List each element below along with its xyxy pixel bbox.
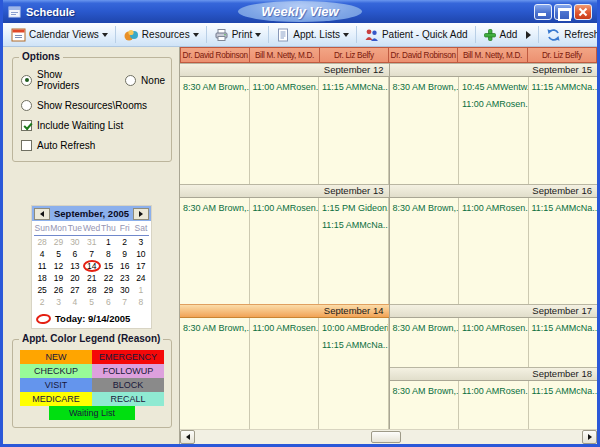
calendar-day[interactable]: 8 xyxy=(133,296,149,308)
appointment[interactable]: 10:00 AMBroderi... xyxy=(319,322,388,335)
schedule-cell[interactable]: 11:15 AMMcNa... xyxy=(529,318,598,367)
calendar-day[interactable]: 25 xyxy=(34,284,50,296)
appointment[interactable]: 11:15 AMMcNa... xyxy=(319,219,388,232)
calendar-day[interactable]: 31 xyxy=(83,236,100,248)
calendar-day[interactable]: 9 xyxy=(117,248,133,260)
show-resources-radio[interactable] xyxy=(21,100,32,111)
calendar-day[interactable]: 6 xyxy=(100,296,116,308)
appointment[interactable]: 8:30 AM Brown,... xyxy=(180,81,249,94)
schedule-cell[interactable]: 11:15 AMMcNa... xyxy=(319,77,389,184)
schedule-cell[interactable]: 11:00 AMRosen... xyxy=(250,198,320,304)
calendar-day[interactable]: 7 xyxy=(117,296,133,308)
calendar-day[interactable]: 8 xyxy=(100,248,116,260)
appointment[interactable]: 11:00 AMRosen... xyxy=(459,385,528,398)
calendar-day[interactable]: 23 xyxy=(117,272,133,284)
provider-header[interactable]: Dr. Liz Belfy xyxy=(320,47,389,63)
calendar-day[interactable]: 26 xyxy=(50,284,67,296)
calendar-day[interactable]: 11 xyxy=(34,260,50,272)
maximize-button[interactable] xyxy=(554,4,572,20)
calendar-day[interactable]: 24 xyxy=(133,272,149,284)
calendar-day-selected[interactable]: 14 xyxy=(83,260,100,272)
calendar-day[interactable]: 18 xyxy=(34,272,50,284)
schedule-cell[interactable]: 1:15 PM Gideon... 11:15 AMMcNa... xyxy=(319,198,389,304)
calendar-day[interactable]: 1 xyxy=(100,236,116,248)
schedule-cell[interactable]: 10:45 AMWentw... 11:00 AMRosen... xyxy=(459,77,529,184)
calendar-day[interactable]: 3 xyxy=(50,296,67,308)
calendar-today-row[interactable]: Today: 9/14/2005 xyxy=(32,310,151,328)
schedule-cell[interactable]: 8:30 AM Brown,... xyxy=(180,77,250,184)
appointment[interactable]: 11:15 AMMcNa... xyxy=(529,202,598,215)
schedule-cell[interactable]: 8:30 AM Brown,... xyxy=(390,318,460,367)
schedule-cell[interactable]: 11:00 AMRosen... xyxy=(250,318,320,429)
provider-header[interactable]: Bill M. Netty, M.D. xyxy=(458,47,527,63)
appointment[interactable]: 11:15 AMMcNa... xyxy=(529,81,598,94)
appointment[interactable]: 8:30 AM Brown,... xyxy=(390,322,459,335)
appointment[interactable]: 8:30 AM Brown,... xyxy=(390,81,459,94)
appointment[interactable]: 1:15 PM Gideon... xyxy=(319,202,388,215)
calendar-day[interactable]: 20 xyxy=(67,272,83,284)
auto-refresh-checkbox[interactable] xyxy=(21,140,32,151)
calendar-day[interactable]: 4 xyxy=(34,248,50,260)
calendar-day[interactable]: 10 xyxy=(133,248,149,260)
calendar-day[interactable]: 28 xyxy=(83,284,100,296)
schedule-cell[interactable]: 11:00 AMRosen... xyxy=(459,318,529,367)
calendar-day[interactable]: 13 xyxy=(67,260,83,272)
close-button[interactable] xyxy=(574,4,592,20)
calendar-day[interactable]: 16 xyxy=(117,260,133,272)
toolbar-overflow-arrow[interactable] xyxy=(526,31,531,39)
schedule-cell[interactable]: 11:00 AMRosen... xyxy=(250,77,320,184)
scrollbar-thumb[interactable] xyxy=(371,431,401,443)
calendar-day[interactable]: 29 xyxy=(100,284,116,296)
provider-header[interactable]: Bill M. Netty, M.D. xyxy=(250,47,319,63)
calendar-day[interactable]: 29 xyxy=(50,236,67,248)
calendar-day[interactable]: 22 xyxy=(100,272,116,284)
calendar-day[interactable]: 30 xyxy=(117,284,133,296)
calendar-day[interactable]: 15 xyxy=(100,260,116,272)
appointment[interactable]: 8:30 AM Brown,... xyxy=(180,202,249,215)
provider-header[interactable]: Dr. David Robinson xyxy=(180,47,250,63)
schedule-cell[interactable]: 8:30 AM Brown,... xyxy=(390,381,460,429)
none-radio[interactable] xyxy=(125,75,136,86)
calendar-day[interactable]: 3 xyxy=(133,236,149,248)
provider-header[interactable]: Dr. David Robinson xyxy=(389,47,458,63)
schedule-cell[interactable]: 11:00 AMRosen... xyxy=(459,198,529,304)
calendar-day[interactable]: 19 xyxy=(50,272,67,284)
calendar-day[interactable]: 2 xyxy=(117,236,133,248)
add-button[interactable]: Add xyxy=(479,26,522,44)
calendar-day[interactable]: 6 xyxy=(67,248,83,260)
appointment[interactable]: 11:15 AMMcNa... xyxy=(319,81,388,94)
appointment[interactable]: 11:15 AMMcNa... xyxy=(529,385,598,398)
calendar-day[interactable]: 2 xyxy=(34,296,50,308)
minimize-button[interactable] xyxy=(534,4,552,20)
calendar-day[interactable]: 1 xyxy=(133,284,149,296)
appt-lists-button[interactable]: Appt. Lists xyxy=(272,26,353,44)
calendar-day[interactable]: 21 xyxy=(83,272,100,284)
calendar-next-button[interactable] xyxy=(133,208,149,220)
schedule-cell[interactable]: 8:30 AM Brown,... xyxy=(180,318,250,429)
scroll-left-button[interactable] xyxy=(180,430,195,444)
appointment[interactable]: 11:00 AMRosen... xyxy=(250,81,319,94)
appointment[interactable]: 11:00 AMRosen... xyxy=(459,202,528,215)
calendar-day[interactable]: 4 xyxy=(67,296,83,308)
schedule-cell[interactable]: 11:15 AMMcNa... xyxy=(529,77,598,184)
calendar-day[interactable]: 17 xyxy=(133,260,149,272)
schedule-cell[interactable]: 11:15 AMMcNa... xyxy=(529,198,598,304)
appointment[interactable]: 8:30 AM Brown,... xyxy=(390,202,459,215)
include-waiting-list-checkbox[interactable] xyxy=(21,120,32,131)
schedule-cell[interactable]: 11:00 AMRosen... xyxy=(459,381,529,429)
appointment[interactable]: 11:15 AMMcNa... xyxy=(319,339,388,352)
schedule-cell[interactable]: 8:30 AM Brown,... xyxy=(390,198,460,304)
appointment[interactable]: 11:15 AMMcNa... xyxy=(529,322,598,335)
patient-quick-add-button[interactable]: Patient - Quick Add xyxy=(360,26,472,44)
calendar-day[interactable]: 5 xyxy=(50,248,67,260)
resources-button[interactable]: Resources xyxy=(119,26,203,44)
appointment[interactable]: 8:30 AM Brown,... xyxy=(390,385,459,398)
show-providers-radio[interactable] xyxy=(21,75,32,86)
appointment[interactable]: 11:00 AMRosen... xyxy=(250,202,319,215)
schedule-cell[interactable]: 8:30 AM Brown,... xyxy=(180,198,250,304)
print-button[interactable]: Print xyxy=(210,26,266,44)
refresh-button[interactable]: Refresh xyxy=(542,26,600,44)
calendar-prev-button[interactable] xyxy=(34,208,50,220)
calendar-day[interactable]: 27 xyxy=(67,284,83,296)
appointment[interactable]: 10:45 AMWentw... xyxy=(459,81,528,94)
